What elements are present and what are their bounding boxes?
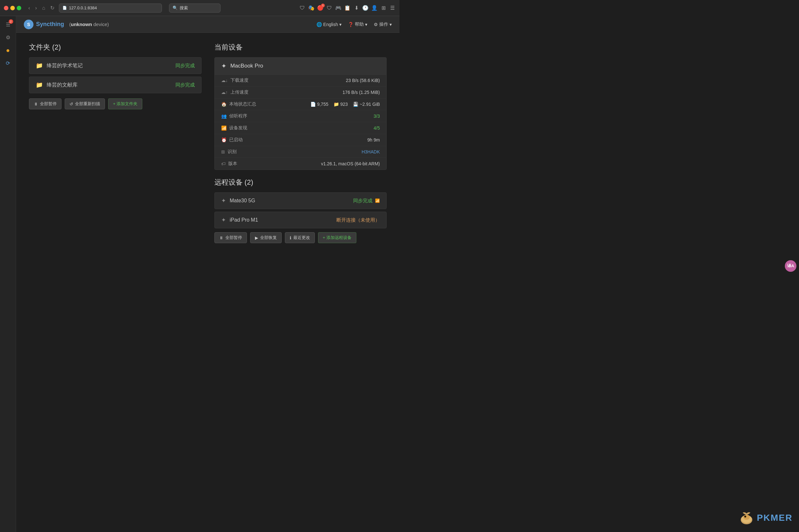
stat-listeners-label: 👥 侦听程序: [221, 113, 260, 119]
disk-icon: 💾: [353, 102, 358, 107]
app-name: Syncthing: [36, 21, 64, 28]
current-device-panel: ✦ MacBook Pro ☁↓ 下载速度 23 B/s (58.6 KiB) …: [214, 57, 387, 170]
search-bar[interactable]: 🔍 搜索: [169, 3, 220, 13]
sidebar: ☰ 2 ⚙ ● ⟳: [0, 16, 16, 266]
remote-icon-1: ✦: [221, 197, 226, 204]
browser-nav: ‹ › ⌂ ↻: [27, 4, 56, 12]
home-button[interactable]: ⌂: [41, 4, 47, 12]
navbar-right: 🌐 English ▾ ❓ 帮助 ▾ ⚙ 操作 ▾: [316, 22, 392, 27]
stat-upload: ☁↑ 上传速度 176 B/s (1.25 MiB): [215, 87, 387, 98]
extension-icon-6[interactable]: ⬇: [353, 5, 360, 11]
version-label-text: 版本: [228, 161, 237, 167]
extension-icon-7[interactable]: 🕐: [362, 5, 368, 11]
dot-icon: ●: [6, 46, 10, 54]
stat-upload-label: ☁↑ 上传速度: [221, 90, 260, 95]
address-text: 127.0.0.1:8384: [69, 5, 97, 10]
file-icon: 📄: [310, 102, 316, 107]
right-column: 当前设备 ✦ MacBook Pro ☁↓ 下载速度 23 B/s (58.6 …: [214, 42, 387, 243]
language-menu[interactable]: 🌐 English ▾: [316, 22, 342, 27]
remote-resume-all-button[interactable]: ▶ 全部恢复: [250, 232, 282, 243]
add-folder-button[interactable]: + 添加文件夹: [108, 98, 142, 109]
folder-label-1: 绛芸的学术笔记: [47, 62, 83, 69]
folder-card-1[interactable]: 📁 绛芸的学术笔记 同步完成: [29, 57, 201, 74]
stat-version-label: 🏷 版本: [221, 161, 260, 167]
upload-icon: ☁↑: [221, 90, 228, 95]
discovery-icon: 📶: [221, 126, 226, 131]
remote-section: 远程设备 (2) ✦ Mate30 5G 同步完成 📶 ✦ iPad Pro M…: [214, 177, 387, 243]
actions-label: 操作: [379, 22, 388, 27]
sidebar-item-list[interactable]: ☰ 2: [2, 19, 14, 30]
listeners-label-text: 侦听程序: [229, 113, 247, 119]
remote-label-2: iPad Pro M1: [230, 217, 258, 223]
settings-icon: ⚙: [6, 34, 10, 40]
refresh-button[interactable]: ↻: [49, 4, 56, 12]
address-bar[interactable]: 📄 127.0.0.1:8384: [59, 3, 162, 13]
stat-download-label: ☁↓ 下载速度: [221, 77, 260, 83]
add-folder-label: + 添加文件夹: [113, 101, 138, 107]
extension-icon-5[interactable]: 📋: [344, 5, 350, 11]
info-icon: ℹ: [290, 235, 291, 240]
stat-id: ⊞ 识别 H3HADK: [215, 146, 387, 158]
browser-extensions: 🛡 🎭 🔴 1 🛡 🎮 📋 ⬇ 🕐 👤 ⊞ ☰: [299, 5, 396, 11]
extension-icon-9[interactable]: ⊞: [380, 5, 387, 11]
actions-menu[interactable]: ⚙ 操作 ▾: [374, 22, 392, 27]
remote-status-2: 断开连接（未使用）: [337, 217, 380, 223]
remote-devices-title: 远程设备 (2): [214, 177, 387, 187]
upload-label-text: 上传速度: [231, 90, 249, 95]
close-button[interactable]: [4, 6, 8, 10]
forward-button[interactable]: ›: [34, 4, 38, 12]
gear-icon: ⚙: [374, 22, 378, 27]
play-icon: ▶: [255, 235, 258, 240]
remote-icon-2: ✦: [221, 216, 226, 224]
stat-discovery: 📶 设备发现 4/5: [215, 122, 387, 134]
badge-count: 1: [321, 3, 325, 7]
pause-all-button[interactable]: ⏸ 全部暂停: [29, 98, 61, 109]
back-button[interactable]: ‹: [27, 4, 31, 12]
pause-all-label: 全部暂停: [40, 101, 57, 107]
device-label: (unknown device): [69, 22, 109, 27]
folder-status-1: 同步完成: [176, 63, 195, 69]
maximize-button[interactable]: [17, 6, 21, 10]
stat-local-values: 📄 9,755 📁 923 💾 ~2.91 GiB: [310, 102, 380, 107]
shield-icon[interactable]: 🛡: [299, 5, 306, 11]
signal-icon: 📶: [375, 198, 380, 203]
hamburger-icon[interactable]: ☰: [389, 5, 396, 11]
pause-icon: ⏸: [34, 102, 38, 107]
folder-card-2[interactable]: 📁 绛芸的文献库 同步完成: [29, 77, 201, 93]
rescan-all-button[interactable]: ↺ 全部重新扫描: [65, 98, 105, 109]
remote-action-buttons: ⏸ 全部暂停 ▶ 全部恢复 ℹ 最近更改 + 添加远程设备: [214, 232, 387, 243]
remote-card-2[interactable]: ✦ iPad Pro M1 断开连接（未使用）: [214, 212, 387, 228]
globe-icon: 🌐: [316, 22, 322, 27]
sidebar-item-dot[interactable]: ●: [2, 44, 14, 56]
local-folders: 📁 923: [333, 102, 348, 107]
extension-icon-2[interactable]: 🔴 1: [317, 5, 324, 11]
home-icon: 🏠: [221, 102, 226, 107]
discovery-label-text: 设备发现: [229, 125, 247, 131]
remote-pause-all-button[interactable]: ⏸ 全部暂停: [214, 232, 247, 243]
sidebar-item-sync[interactable]: ⟳: [2, 57, 14, 69]
remote-card-1[interactable]: ✦ Mate30 5G 同步完成 📶: [214, 192, 387, 209]
local-label-text: 本地状态汇总: [229, 101, 256, 107]
extension-icon-3[interactable]: 🛡: [326, 5, 332, 11]
actions-chevron-icon: ▾: [389, 22, 392, 27]
search-placeholder: 搜索: [180, 5, 188, 11]
remote-status-1: 同步完成: [353, 198, 373, 204]
stat-uptime-label: ⏰ 已启动: [221, 137, 260, 143]
extension-icon-4[interactable]: 🎮: [335, 5, 342, 11]
extension-icon-1[interactable]: 🎭: [308, 5, 314, 11]
folder-count-icon: 📁: [333, 102, 339, 107]
main-content: 文件夹 (2) 📁 绛芸的学术笔记 同步完成 📁 绛芸的文献库 同步完成 ⏸: [16, 33, 399, 253]
uptime-value: 9h 9m: [367, 137, 380, 142]
add-remote-device-button[interactable]: + 添加远程设备: [318, 232, 356, 243]
rescan-all-label: 全部重新扫描: [75, 101, 100, 107]
minimize-button[interactable]: [10, 6, 15, 10]
recent-changes-button[interactable]: ℹ 最近更改: [285, 232, 315, 243]
listener-icon: 👥: [221, 114, 226, 119]
extension-icon-8[interactable]: 👤: [371, 5, 378, 11]
clock-icon: ⏰: [221, 137, 226, 142]
local-files: 📄 9,755: [310, 102, 328, 107]
help-menu[interactable]: ❓ 帮助 ▾: [348, 22, 367, 27]
search-icon: 🔍: [172, 5, 178, 10]
folder-action-buttons: ⏸ 全部暂停 ↺ 全部重新扫描 + 添加文件夹: [29, 98, 201, 109]
sidebar-item-settings[interactable]: ⚙: [2, 32, 14, 43]
